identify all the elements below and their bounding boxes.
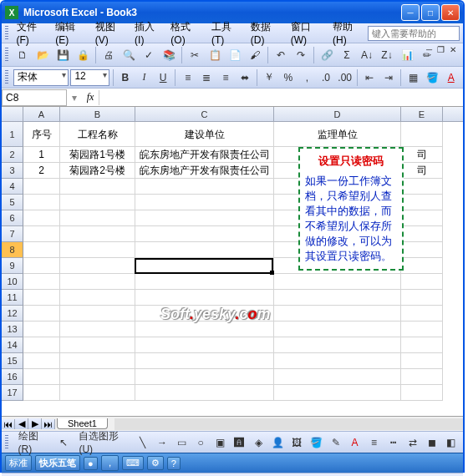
menu-format[interactable]: 格式(O) [165,18,206,48]
underline-button[interactable]: U [155,68,172,87]
fill-color-icon[interactable]: 🪣 [424,68,441,87]
wb-minimize-button[interactable]: ─ [425,45,434,54]
inc-indent-icon[interactable]: ⇥ [380,68,398,87]
cell[interactable] [401,274,443,290]
fill-icon[interactable]: 🪣 [308,433,324,452]
row-header[interactable]: 17 [2,385,23,401]
cell[interactable] [401,210,443,226]
cell[interactable]: 菊园路2号楼 [60,163,135,179]
cell[interactable] [135,274,274,290]
toolbar-handle[interactable] [5,48,8,63]
font-color-icon[interactable]: A [442,68,460,87]
cell[interactable] [60,290,135,306]
row-header[interactable]: 14 [2,337,23,353]
save-icon[interactable]: 💾 [53,46,72,64]
cell[interactable] [401,179,443,195]
cell[interactable] [135,369,274,385]
cell[interactable] [135,242,274,258]
cell[interactable] [274,385,401,401]
cell[interactable]: 序号 [23,122,60,147]
row-header[interactable]: 13 [2,322,23,337]
redo-icon[interactable]: ↷ [292,46,310,64]
dec-indent-icon[interactable]: ⇤ [361,68,379,87]
menu-file[interactable]: 文件(F) [12,18,51,48]
col-header-e[interactable]: E [401,107,443,121]
cell[interactable] [60,242,135,258]
col-header-a[interactable]: A [23,107,60,121]
cell[interactable] [60,385,135,401]
cell[interactable] [60,369,135,385]
undo-icon[interactable]: ↶ [272,46,290,64]
maximize-button[interactable]: □ [421,4,440,21]
name-box[interactable]: C8 [2,89,67,106]
comma-icon[interactable]: , [298,68,316,87]
cell[interactable] [135,195,274,210]
textbox-icon[interactable]: ▣ [211,433,228,452]
cell[interactable] [60,210,135,226]
cell[interactable] [23,385,60,401]
align-left-icon[interactable]: ≡ [179,68,196,87]
cell[interactable] [135,385,274,401]
col-header-b[interactable]: B [60,107,135,121]
cell[interactable] [23,179,60,195]
merge-icon[interactable]: ⬌ [236,68,253,87]
3d-icon[interactable]: ◧ [443,433,460,452]
cell[interactable] [60,306,135,322]
cell[interactable] [274,353,401,369]
cell[interactable] [401,385,443,401]
cell[interactable] [23,337,60,353]
cell[interactable] [60,322,135,337]
copy-icon[interactable]: 📋 [206,46,224,64]
row-header[interactable]: 6 [2,210,23,226]
tab-nav-prev-icon[interactable]: ◀ [15,418,28,429]
cell[interactable] [401,195,443,210]
chart-icon[interactable]: 📊 [398,46,416,64]
ime-punct-icon[interactable]: ， [101,455,119,471]
minimize-button[interactable]: ─ [401,4,420,21]
col-header-c[interactable]: C [135,107,274,121]
cell[interactable]: 2 [23,163,60,179]
cell[interactable] [135,290,274,306]
cell[interactable] [401,290,443,306]
row-header[interactable]: 3 [2,163,23,179]
diagram-icon[interactable]: ◈ [250,433,267,452]
cell[interactable] [135,179,274,195]
cell[interactable] [401,258,443,274]
preview-icon[interactable]: 🔍 [120,46,138,64]
cell[interactable] [23,226,60,242]
oval-icon[interactable]: ○ [192,433,209,452]
cell[interactable] [23,369,60,385]
tab-nav-first-icon[interactable]: ⏮ [2,419,15,429]
help-search-input[interactable] [368,26,460,41]
cell[interactable] [135,322,274,337]
cell[interactable]: 司 [401,147,443,163]
cell[interactable] [23,195,60,210]
draw-handle[interactable] [5,435,8,450]
arrow-icon[interactable]: → [154,433,170,452]
sort-asc-icon[interactable]: A↓ [358,46,376,64]
percent-icon[interactable]: % [279,68,297,87]
cell[interactable] [23,306,60,322]
font-name-select[interactable]: 宋体 [13,69,69,86]
cell[interactable] [274,337,401,353]
row-header[interactable]: 1 [2,122,23,147]
formula-input[interactable] [99,90,463,105]
menu-view[interactable]: 视图(V) [90,18,130,48]
cell[interactable] [401,322,443,337]
row-header[interactable]: 9 [2,258,23,274]
borders-icon[interactable]: ▦ [404,68,422,87]
ime-softkbd-icon[interactable]: ⌨ [122,456,144,470]
row-header[interactable]: 12 [2,306,23,322]
select-all-corner[interactable] [2,107,23,121]
horizontal-scrollbar[interactable] [114,418,463,430]
open-icon[interactable]: 📂 [33,46,52,64]
cell[interactable]: 1 [23,147,60,163]
sheet-tab[interactable]: Sheet1 [57,418,108,429]
wordart-icon[interactable]: 🅰 [231,433,247,452]
row-header[interactable]: 16 [2,369,23,385]
cell[interactable]: 司 [401,163,443,179]
cell[interactable] [274,369,401,385]
cut-icon[interactable]: ✂ [186,46,204,64]
cell[interactable] [135,210,274,226]
row-header[interactable]: 11 [2,290,23,306]
